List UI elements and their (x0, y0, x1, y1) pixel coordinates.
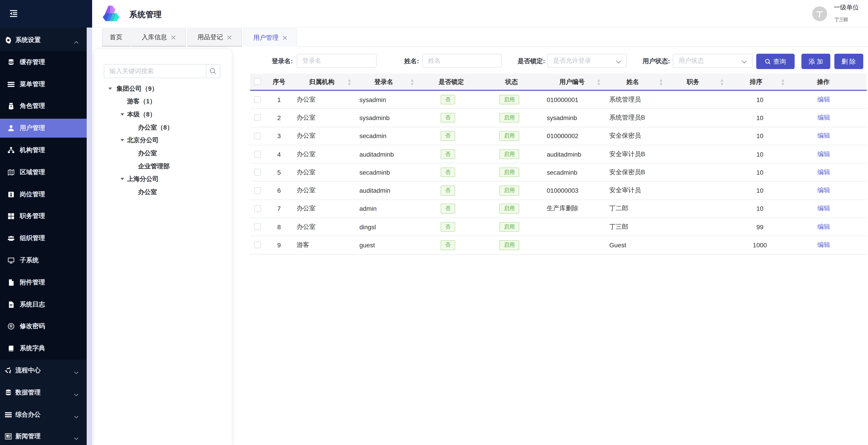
svg-text:R: R (9, 324, 12, 329)
